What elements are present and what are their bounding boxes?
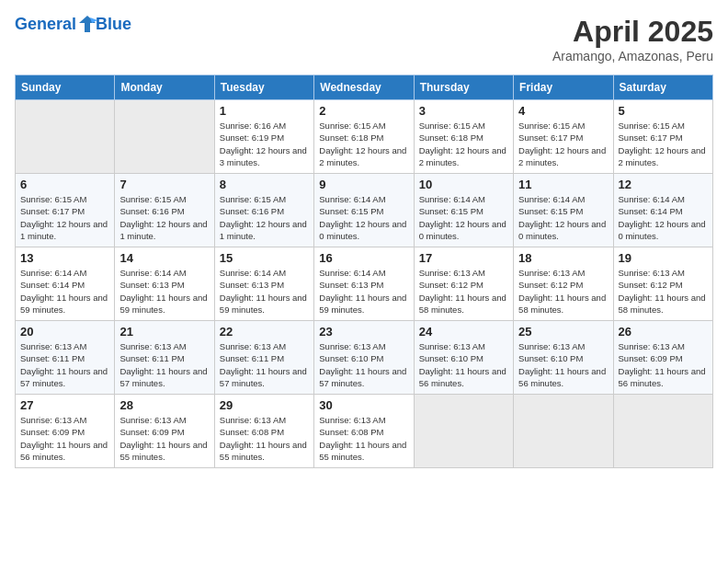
calendar-cell: 4Sunrise: 6:15 AMSunset: 6:17 PMDaylight… — [514, 100, 613, 174]
day-info: Sunrise: 6:13 AMSunset: 6:10 PMDaylight:… — [419, 340, 508, 389]
day-number: 10 — [419, 178, 508, 191]
calendar-cell — [414, 395, 513, 468]
calendar-cell: 12Sunrise: 6:14 AMSunset: 6:14 PMDayligh… — [613, 174, 712, 247]
day-number: 15 — [220, 251, 309, 265]
day-info: Sunrise: 6:15 AMSunset: 6:17 PMDaylight:… — [20, 193, 109, 242]
weekday-header-sunday: Sunday — [16, 75, 115, 100]
day-info: Sunrise: 6:13 AMSunset: 6:10 PMDaylight:… — [518, 340, 608, 389]
calendar-cell: 3Sunrise: 6:15 AMSunset: 6:18 PMDaylight… — [414, 100, 513, 174]
day-number: 21 — [119, 325, 209, 339]
day-number: 16 — [319, 251, 408, 265]
location-subtitle: Aramango, Amazonas, Peru — [552, 49, 713, 63]
weekday-header-friday: Friday — [514, 75, 613, 100]
day-number: 3 — [419, 104, 508, 118]
calendar-cell: 17Sunrise: 6:13 AMSunset: 6:12 PMDayligh… — [414, 247, 513, 321]
day-number: 13 — [20, 251, 109, 265]
day-info: Sunrise: 6:13 AMSunset: 6:08 PMDaylight:… — [319, 414, 408, 463]
day-info: Sunrise: 6:13 AMSunset: 6:08 PMDaylight:… — [220, 414, 309, 463]
day-number: 29 — [220, 398, 309, 412]
calendar-cell: 9Sunrise: 6:14 AMSunset: 6:15 PMDaylight… — [314, 174, 414, 247]
page-header: General Blue April 2025 Aramango, Amazon… — [15, 15, 713, 63]
day-info: Sunrise: 6:14 AMSunset: 6:15 PMDaylight:… — [319, 193, 408, 242]
day-info: Sunrise: 6:13 AMSunset: 6:09 PMDaylight:… — [619, 340, 708, 389]
day-number: 24 — [419, 325, 508, 339]
day-number: 14 — [119, 251, 209, 265]
calendar-cell: 8Sunrise: 6:15 AMSunset: 6:16 PMDaylight… — [214, 174, 313, 247]
day-number: 8 — [220, 178, 309, 191]
calendar-cell: 2Sunrise: 6:15 AMSunset: 6:18 PMDaylight… — [314, 100, 414, 174]
calendar-cell: 7Sunrise: 6:15 AMSunset: 6:16 PMDaylight… — [115, 174, 214, 247]
day-info: Sunrise: 6:13 AMSunset: 6:11 PMDaylight:… — [20, 340, 109, 389]
day-number: 27 — [20, 398, 109, 412]
calendar-cell: 28Sunrise: 6:13 AMSunset: 6:09 PMDayligh… — [115, 395, 214, 468]
day-number: 30 — [319, 398, 408, 412]
day-info: Sunrise: 6:14 AMSunset: 6:15 PMDaylight:… — [518, 193, 608, 242]
day-info: Sunrise: 6:15 AMSunset: 6:18 PMDaylight:… — [419, 120, 508, 168]
weekday-header-monday: Monday — [115, 75, 214, 100]
day-number: 23 — [319, 325, 408, 339]
day-number: 11 — [518, 178, 608, 191]
calendar-cell — [514, 395, 613, 468]
day-info: Sunrise: 6:13 AMSunset: 6:09 PMDaylight:… — [20, 414, 109, 463]
calendar-cell: 14Sunrise: 6:14 AMSunset: 6:13 PMDayligh… — [115, 247, 214, 321]
weekday-header-saturday: Saturday — [613, 75, 712, 100]
calendar-cell: 15Sunrise: 6:14 AMSunset: 6:13 PMDayligh… — [214, 247, 313, 321]
day-info: Sunrise: 6:14 AMSunset: 6:15 PMDaylight:… — [419, 193, 508, 242]
calendar-cell: 10Sunrise: 6:14 AMSunset: 6:15 PMDayligh… — [414, 174, 513, 247]
day-number: 18 — [518, 251, 608, 265]
logo: General Blue — [15, 15, 131, 34]
day-number: 7 — [119, 178, 209, 191]
svg-marker-0 — [79, 16, 96, 32]
day-info: Sunrise: 6:15 AMSunset: 6:18 PMDaylight:… — [319, 120, 408, 168]
calendar-cell: 11Sunrise: 6:14 AMSunset: 6:15 PMDayligh… — [514, 174, 613, 247]
day-number: 1 — [220, 104, 309, 118]
calendar-cell: 23Sunrise: 6:13 AMSunset: 6:10 PMDayligh… — [314, 321, 414, 395]
weekday-header-thursday: Thursday — [414, 75, 513, 100]
calendar-cell: 16Sunrise: 6:14 AMSunset: 6:13 PMDayligh… — [314, 247, 414, 321]
day-info: Sunrise: 6:15 AMSunset: 6:17 PMDaylight:… — [619, 120, 708, 168]
logo-text: General — [15, 15, 97, 34]
day-number: 2 — [319, 104, 408, 118]
day-info: Sunrise: 6:14 AMSunset: 6:13 PMDaylight:… — [119, 267, 209, 316]
day-number: 4 — [518, 104, 608, 118]
day-info: Sunrise: 6:15 AMSunset: 6:16 PMDaylight:… — [119, 193, 209, 242]
title-block: April 2025 Aramango, Amazonas, Peru — [552, 15, 713, 63]
day-info: Sunrise: 6:13 AMSunset: 6:10 PMDaylight:… — [319, 340, 408, 389]
logo-bird-icon — [77, 14, 97, 34]
weekday-header-wednesday: Wednesday — [314, 75, 414, 100]
calendar-cell: 19Sunrise: 6:13 AMSunset: 6:12 PMDayligh… — [613, 247, 712, 321]
day-number: 20 — [20, 325, 109, 339]
day-number: 22 — [220, 325, 309, 339]
month-year-title: April 2025 — [552, 15, 713, 49]
day-info: Sunrise: 6:16 AMSunset: 6:19 PMDaylight:… — [220, 120, 309, 168]
day-number: 6 — [20, 178, 109, 191]
day-info: Sunrise: 6:14 AMSunset: 6:13 PMDaylight:… — [319, 267, 408, 316]
logo-blue-text: Blue — [96, 15, 131, 34]
calendar-cell: 29Sunrise: 6:13 AMSunset: 6:08 PMDayligh… — [214, 395, 313, 468]
day-info: Sunrise: 6:13 AMSunset: 6:09 PMDaylight:… — [119, 414, 209, 463]
day-info: Sunrise: 6:15 AMSunset: 6:17 PMDaylight:… — [518, 120, 608, 168]
calendar-cell: 25Sunrise: 6:13 AMSunset: 6:10 PMDayligh… — [514, 321, 613, 395]
day-number: 28 — [119, 398, 209, 412]
calendar-cell: 13Sunrise: 6:14 AMSunset: 6:14 PMDayligh… — [16, 247, 115, 321]
day-info: Sunrise: 6:13 AMSunset: 6:11 PMDaylight:… — [220, 340, 309, 389]
calendar-cell — [115, 100, 214, 174]
day-number: 25 — [518, 325, 608, 339]
day-info: Sunrise: 6:15 AMSunset: 6:16 PMDaylight:… — [220, 193, 309, 242]
day-number: 19 — [619, 251, 708, 265]
day-number: 26 — [619, 325, 708, 339]
calendar-cell: 21Sunrise: 6:13 AMSunset: 6:11 PMDayligh… — [115, 321, 214, 395]
calendar-cell: 22Sunrise: 6:13 AMSunset: 6:11 PMDayligh… — [214, 321, 313, 395]
day-number: 9 — [319, 178, 408, 191]
calendar-cell: 5Sunrise: 6:15 AMSunset: 6:17 PMDaylight… — [613, 100, 712, 174]
day-number: 5 — [619, 104, 708, 118]
calendar-cell: 27Sunrise: 6:13 AMSunset: 6:09 PMDayligh… — [16, 395, 115, 468]
day-info: Sunrise: 6:14 AMSunset: 6:14 PMDaylight:… — [20, 267, 109, 316]
day-info: Sunrise: 6:13 AMSunset: 6:12 PMDaylight:… — [419, 267, 508, 316]
day-info: Sunrise: 6:14 AMSunset: 6:14 PMDaylight:… — [619, 193, 708, 242]
calendar-cell: 6Sunrise: 6:15 AMSunset: 6:17 PMDaylight… — [16, 174, 115, 247]
calendar-cell: 26Sunrise: 6:13 AMSunset: 6:09 PMDayligh… — [613, 321, 712, 395]
calendar-cell: 24Sunrise: 6:13 AMSunset: 6:10 PMDayligh… — [414, 321, 513, 395]
calendar-cell: 30Sunrise: 6:13 AMSunset: 6:08 PMDayligh… — [314, 395, 414, 468]
calendar-cell — [613, 395, 712, 468]
